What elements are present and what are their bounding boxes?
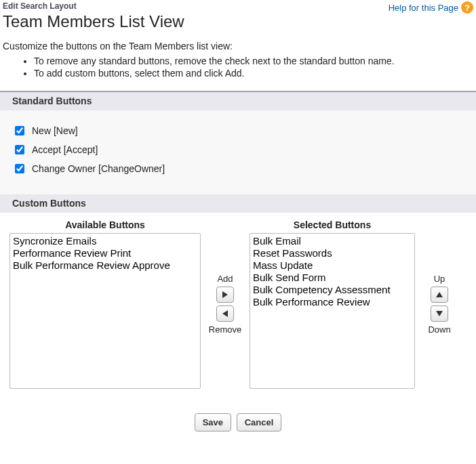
intro-text: Customize the buttons on the Team Member… — [3, 41, 476, 51]
selected-buttons-list[interactable]: Bulk Email Reset Passwords Mass Update B… — [250, 233, 415, 389]
list-item[interactable]: Bulk Email — [252, 235, 413, 247]
intro-bullets: To remove any standard buttons, remove t… — [3, 56, 476, 79]
add-button[interactable] — [216, 287, 234, 303]
standard-button-label: Accept [Accept] — [32, 144, 98, 155]
standard-button-row[interactable]: Accept [Accept] — [12, 143, 464, 156]
list-item[interactable]: Bulk Performance Review Approve — [12, 259, 199, 272]
arrow-left-icon — [222, 310, 228, 317]
list-item[interactable]: Bulk Performance Review — [252, 296, 413, 308]
save-button[interactable]: Save — [195, 413, 231, 431]
list-item[interactable]: Performance Review Print — [12, 247, 199, 259]
up-label: Up — [434, 274, 445, 284]
list-item[interactable]: Bulk Competency Assessment — [252, 284, 413, 296]
page-title: Team Members List View — [3, 12, 389, 31]
list-item[interactable]: Mass Update — [252, 259, 413, 272]
cancel-button[interactable]: Cancel — [237, 413, 282, 431]
standard-button-label: New [New] — [32, 125, 78, 136]
standard-buttons-header: Standard Buttons — [0, 92, 476, 110]
standard-button-label: Change Owner [ChangeOwner] — [32, 163, 165, 174]
list-item[interactable]: Bulk Send Form — [252, 272, 413, 284]
down-label: Down — [428, 324, 450, 335]
help-link-label: Help for this Page — [389, 3, 458, 13]
standard-button-row[interactable]: New [New] — [12, 124, 464, 138]
intro-bullet: To add custom buttons, select them and c… — [34, 68, 476, 79]
standard-button-checkbox-new[interactable] — [15, 126, 24, 135]
arrow-up-icon — [436, 292, 443, 297]
available-buttons-list[interactable]: Syncronize Emails Performance Review Pri… — [9, 233, 201, 389]
add-label: Add — [217, 274, 233, 284]
page-overline: Edit Search Layout — [3, 0, 389, 11]
standard-button-checkbox-change-owner[interactable] — [15, 164, 24, 173]
intro-bullet: To remove any standard buttons, remove t… — [34, 56, 476, 66]
custom-buttons-header: Custom Buttons — [0, 194, 476, 213]
arrow-down-icon — [436, 311, 443, 316]
up-button[interactable] — [431, 287, 448, 303]
list-item[interactable]: Reset Passwords — [252, 247, 413, 259]
standard-button-row[interactable]: Change Owner [ChangeOwner] — [12, 162, 464, 175]
remove-label: Remove — [209, 324, 241, 335]
standard-button-checkbox-accept[interactable] — [15, 145, 24, 154]
help-link[interactable]: Help for this Page ? — [389, 0, 473, 14]
selected-buttons-title: Selected Buttons — [294, 219, 371, 230]
available-buttons-title: Available Buttons — [65, 219, 145, 230]
arrow-right-icon — [222, 291, 228, 298]
down-button[interactable] — [431, 305, 448, 322]
help-icon: ? — [461, 1, 473, 14]
remove-button[interactable] — [216, 305, 234, 322]
list-item[interactable]: Syncronize Emails — [12, 235, 199, 247]
